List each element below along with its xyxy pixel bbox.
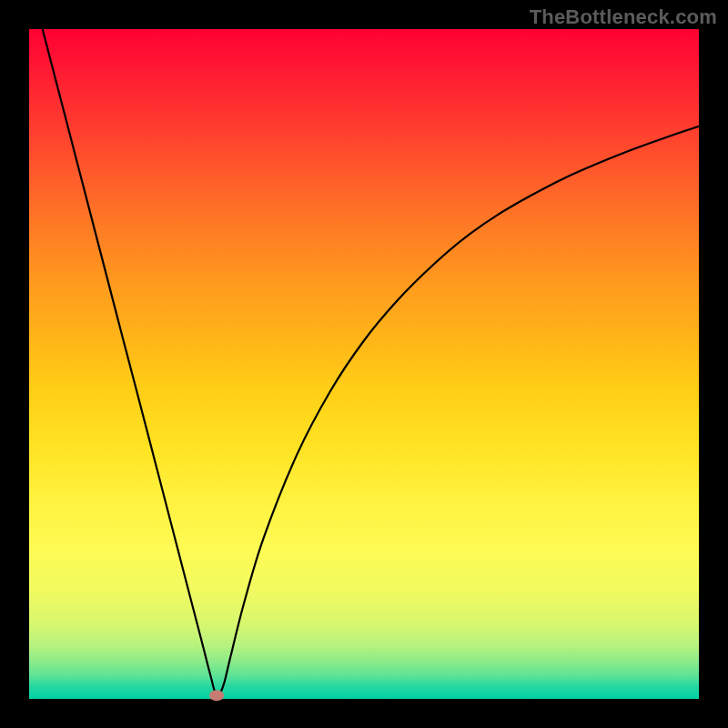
bottleneck-curve xyxy=(29,29,699,699)
plot-area xyxy=(29,29,699,699)
min-marker xyxy=(209,690,224,701)
curve-path xyxy=(43,29,699,696)
watermark-text: TheBottleneck.com xyxy=(530,5,717,29)
chart-frame: TheBottleneck.com xyxy=(0,0,728,728)
